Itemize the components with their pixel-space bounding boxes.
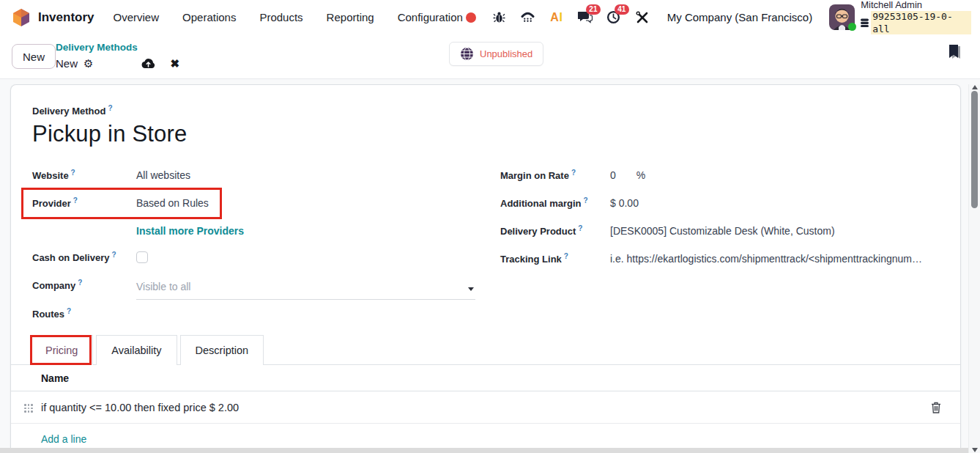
right-column: Margin on Rate? 0% Additional margin? $ … — [500, 161, 946, 328]
field-margin-on-rate: Margin on Rate? 0% — [500, 161, 946, 189]
breadcrumb: Delivery Methods New ⚙ ✖ — [56, 40, 179, 70]
add-a-line-link[interactable]: Add a line — [11, 424, 960, 445]
margin-on-rate-unit: % — [636, 169, 645, 181]
main-content: Delivery Method? Pickup in Store Website… — [0, 79, 980, 453]
field-delivery-product: Delivery Product? [DESK0005] Customizabl… — [500, 217, 946, 245]
field-provider: Provider? Based on Rules — [32, 189, 475, 217]
cash-on-delivery-checkbox[interactable] — [136, 251, 148, 263]
online-status-dot — [848, 23, 856, 31]
title-field-label: Delivery Method? — [32, 106, 188, 117]
field-routes: Routes? — [32, 300, 475, 328]
help-marker[interactable]: ? — [71, 169, 75, 177]
activities-clock-icon[interactable]: 41 — [606, 10, 622, 26]
margin-on-rate-input[interactable]: 0 — [610, 169, 616, 181]
new-record-button[interactable]: New — [12, 44, 56, 69]
cash-on-delivery-label: Cash on Delivery — [32, 252, 110, 263]
tools-icon[interactable] — [634, 10, 650, 26]
form-fields: Website? All websites Provider? Based on… — [32, 161, 946, 328]
globe-icon — [460, 47, 474, 61]
left-column: Website? All websites Provider? Based on… — [32, 161, 475, 328]
vertical-scrollbar-thumb[interactable] — [971, 91, 978, 208]
help-marker[interactable]: ? — [73, 196, 78, 205]
menu-overview[interactable]: Overview — [114, 11, 160, 23]
app-menu: Overview Operations Products Reporting C… — [114, 11, 463, 23]
help-marker[interactable]: ? — [67, 307, 71, 315]
company-switcher[interactable]: My Company (San Francisco) — [667, 11, 812, 23]
vertical-scrollbar[interactable] — [968, 84, 980, 453]
form-header: Delivery Method? Pickup in Store — [32, 106, 188, 147]
help-marker[interactable]: ? — [571, 169, 576, 177]
save-cloud-icon[interactable] — [141, 58, 155, 69]
website-label: Website — [32, 170, 69, 181]
field-additional-margin: Additional margin? $ 0.00 — [500, 189, 946, 217]
inventory-app-icon[interactable] — [12, 8, 31, 27]
help-marker[interactable]: ? — [584, 196, 588, 205]
activities-count-badge: 41 — [615, 4, 629, 15]
menu-reporting[interactable]: Reporting — [327, 11, 374, 23]
avatar — [829, 4, 855, 30]
field-company: Company? Visible to all — [32, 270, 475, 300]
user-info: Mitchell Admin 99253105-19-0-all — [861, 0, 971, 35]
tab-bar: Pricing Availability Description — [11, 335, 960, 365]
publish-status-label: Unpublished — [480, 48, 532, 59]
tracking-link-input[interactable]: i.e. https://ekartlogistics.com/shipment… — [610, 253, 943, 265]
company-select[interactable]: Visible to all — [136, 281, 475, 300]
user-menu[interactable]: Mitchell Admin 99253105-19-0-all — [829, 0, 971, 35]
systray: AI 21 41 My Company (San Francisco) — [463, 0, 971, 35]
chevron-down-icon — [468, 287, 474, 291]
pricing-rule-row[interactable]: if quantity <= 10.00 then fixed price $ … — [11, 391, 960, 424]
help-marker[interactable]: ? — [578, 224, 582, 232]
help-marker[interactable]: ? — [78, 279, 82, 287]
tab-description[interactable]: Description — [180, 335, 264, 365]
control-panel: New Delivery Methods New ⚙ ✖ Unpublished — [0, 34, 980, 79]
app-name[interactable]: Inventory — [38, 10, 94, 25]
record-icon[interactable] — [463, 10, 479, 26]
margin-on-rate-label: Margin on Rate — [500, 170, 569, 181]
delete-row-trash-icon[interactable] — [931, 402, 941, 416]
notebook: Pricing Availability Description Name if… — [11, 335, 960, 445]
delivery-product-label: Delivery Product — [500, 226, 576, 237]
field-cash-on-delivery: Cash on Delivery? — [32, 244, 475, 270]
database-line: 99253105-19-0-all — [861, 11, 971, 35]
tracking-link-label: Tracking Link — [500, 254, 562, 265]
help-marker[interactable]: ? — [108, 104, 112, 112]
ai-icon[interactable]: AI — [549, 10, 565, 26]
help-marker[interactable]: ? — [112, 251, 116, 259]
tab-availability[interactable]: Availability — [96, 335, 177, 365]
database-icon — [861, 18, 869, 28]
menu-products[interactable]: Products — [259, 11, 302, 23]
tab-pricing[interactable]: Pricing — [30, 335, 93, 365]
column-name[interactable]: Name — [41, 372, 69, 384]
additional-margin-input[interactable]: $ 0.00 — [610, 197, 946, 209]
bookmark-icon[interactable] — [947, 45, 962, 64]
top-navbar: Inventory Overview Operations Products R… — [0, 0, 980, 34]
provider-select[interactable]: Based on Rules — [136, 197, 475, 209]
user-name: Mitchell Admin — [861, 0, 971, 11]
horizontal-scrollbar[interactable] — [0, 448, 968, 453]
messages-count-badge: 21 — [586, 4, 601, 15]
menu-configuration[interactable]: Configuration — [398, 11, 463, 23]
delivery-product-input[interactable]: [DESK0005] Customizable Desk (White, Cus… — [610, 225, 946, 237]
field-tracking-link: Tracking Link? i.e. https://ekartlogisti… — [500, 245, 946, 273]
messages-icon[interactable]: 21 — [577, 10, 593, 26]
voip-phone-icon[interactable] — [520, 10, 536, 26]
pricing-rule-name: if quantity <= 10.00 then fixed price $ … — [11, 402, 239, 413]
gear-icon[interactable]: ⚙ — [83, 56, 93, 71]
menu-operations[interactable]: Operations — [182, 11, 236, 23]
database-name: 99253105-19-0-all — [871, 11, 971, 35]
drag-handle-icon[interactable] — [24, 404, 33, 413]
provider-label: Provider — [32, 198, 71, 209]
scroll-down-arrow[interactable] — [972, 448, 978, 452]
row-install-providers: Install more Providers — [32, 217, 475, 244]
odoo-window: Inventory Overview Operations Products R… — [0, 0, 980, 453]
breadcrumb-parent-link[interactable]: Delivery Methods — [56, 42, 138, 53]
help-marker[interactable]: ? — [564, 252, 568, 260]
bug-icon[interactable] — [491, 10, 508, 26]
website-input[interactable]: All websites — [136, 169, 475, 181]
delivery-method-name[interactable]: Pickup in Store — [32, 121, 188, 147]
publish-status-badge[interactable]: Unpublished — [449, 42, 543, 66]
discard-close-icon[interactable]: ✖ — [170, 56, 179, 71]
install-more-providers-link[interactable]: Install more Providers — [136, 225, 244, 237]
form-sheet: Delivery Method? Pickup in Store Website… — [10, 84, 961, 453]
scroll-up-arrow[interactable] — [972, 85, 978, 89]
